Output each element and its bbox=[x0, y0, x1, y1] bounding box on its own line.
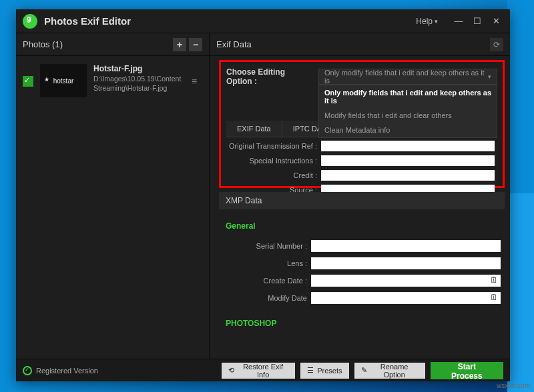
create-date-input[interactable]: 🗓 bbox=[311, 275, 501, 287]
restore-icon: ⟲ bbox=[228, 366, 234, 375]
app-body: Photos (1) + − ★ hotstar Hotstar-F.jpg D… bbox=[16, 33, 510, 359]
photo-menu-icon[interactable]: ≡ bbox=[192, 76, 202, 87]
start-label: Start Process bbox=[451, 362, 483, 381]
field-row: Modify Date 🗓 bbox=[219, 289, 505, 307]
calendar-icon[interactable]: 🗓 bbox=[490, 275, 498, 285]
pencil-icon: ✎ bbox=[361, 366, 367, 375]
field-label: Serial Number : bbox=[219, 242, 307, 250]
app-window: Photos Exif Editor Help ▾ — ☐ ✕ Photos (… bbox=[16, 9, 510, 381]
titlebar: Photos Exif Editor Help ▾ — ☐ ✕ bbox=[16, 9, 510, 33]
sliders-icon: ☰ bbox=[307, 366, 314, 375]
restore-exif-button[interactable]: ⟲ Restore Exif Info bbox=[222, 363, 295, 379]
dropdown-option[interactable]: Clean Metadata info bbox=[319, 123, 497, 137]
dropdown-selected[interactable]: Only modify fields that i edit and keep … bbox=[318, 69, 497, 85]
field-row: Original Transmission Ref : bbox=[218, 139, 497, 153]
thumb-text: hotstar bbox=[53, 77, 74, 85]
photo-checkbox[interactable] bbox=[23, 76, 33, 87]
general-subheader: General bbox=[219, 219, 505, 237]
exif-body: Choose Editing Option : Only modify fiel… bbox=[210, 56, 510, 359]
field-input[interactable] bbox=[321, 155, 495, 166]
editing-option-dropdown[interactable]: Only modify fields that i edit and keep … bbox=[318, 69, 497, 85]
field-label: Lens : bbox=[219, 259, 307, 267]
photo-path: D:\Images\10.05.19\Content Streaming\Hot… bbox=[93, 75, 185, 93]
field-input[interactable] bbox=[321, 170, 495, 181]
dropdown-list: Only modify fields that i edit and keep … bbox=[318, 85, 497, 138]
start-process-button[interactable]: Start Process bbox=[431, 362, 503, 379]
field-row: Credit : bbox=[218, 168, 497, 183]
photo-thumbnail: ★ hotstar bbox=[40, 64, 87, 97]
rename-label: Rename Option bbox=[370, 363, 419, 379]
editing-option-label: Choose Editing Option : bbox=[226, 67, 312, 86]
lens-input[interactable] bbox=[311, 257, 501, 269]
field-row: Special Instructions : bbox=[218, 153, 497, 168]
dropdown-option[interactable]: Modify fields that i edit and clear othe… bbox=[319, 108, 497, 123]
field-label: Modify Date bbox=[219, 294, 307, 302]
help-label: Help bbox=[416, 17, 433, 26]
registered-status: Registered Version bbox=[23, 366, 216, 375]
add-photo-button[interactable]: + bbox=[173, 38, 186, 51]
photo-meta: Hotstar-F.jpg D:\Images\10.05.19\Content… bbox=[93, 64, 185, 93]
field-label: Credit : bbox=[218, 171, 317, 179]
refresh-button[interactable]: ⟳ bbox=[490, 38, 503, 51]
presets-label: Presets bbox=[317, 367, 342, 375]
help-menu[interactable]: Help ▾ bbox=[416, 17, 438, 26]
tab-exif[interactable]: EXIF Data bbox=[226, 121, 282, 137]
desktop-bg bbox=[507, 0, 534, 392]
photos-panel-header: Photos (1) + − bbox=[16, 33, 209, 56]
photo-filename: Hotstar-F.jpg bbox=[93, 64, 185, 73]
dropdown-option[interactable]: Only modify fields that i edit and keep … bbox=[319, 85, 497, 108]
xmp-header: XMP Data bbox=[219, 192, 505, 209]
thumb-star-icon: ★ bbox=[44, 76, 49, 83]
photo-list-item[interactable]: ★ hotstar Hotstar-F.jpg D:\Images\10.05.… bbox=[16, 56, 209, 105]
photos-panel: Photos (1) + − ★ hotstar Hotstar-F.jpg D… bbox=[16, 33, 210, 359]
exif-panel: Exif Data ⟳ Choose Editing Option : Only… bbox=[210, 33, 510, 359]
field-row: Create Date : 🗓 bbox=[219, 272, 505, 289]
modify-date-input[interactable]: 🗓 bbox=[311, 292, 501, 304]
field-row: Serial Number : bbox=[219, 237, 505, 255]
app-title: Photos Exif Editor bbox=[44, 15, 416, 27]
minimize-button[interactable]: — bbox=[451, 14, 466, 29]
field-label: Original Transmission Ref : bbox=[218, 142, 317, 150]
exif-panel-header: Exif Data ⟳ bbox=[210, 33, 510, 56]
dropdown-selected-text: Only modify fields that i edit and keep … bbox=[324, 69, 488, 85]
chevron-down-icon: ▾ bbox=[435, 18, 438, 25]
field-row: Lens : bbox=[219, 255, 505, 272]
field-input[interactable] bbox=[321, 141, 495, 151]
xmp-section: XMP Data General Serial Number : Lens : … bbox=[219, 192, 505, 359]
registered-label: Registered Version bbox=[36, 367, 98, 375]
calendar-icon[interactable]: 🗓 bbox=[490, 293, 498, 302]
app-logo-icon bbox=[23, 14, 37, 29]
close-button[interactable]: ✕ bbox=[489, 14, 503, 29]
maximize-button[interactable]: ☐ bbox=[470, 14, 485, 29]
serial-input[interactable] bbox=[311, 240, 501, 252]
chevron-down-icon: ▾ bbox=[488, 73, 491, 80]
check-circle-icon bbox=[23, 366, 32, 375]
rename-option-button[interactable]: ✎ Rename Option bbox=[354, 363, 425, 379]
footer: Registered Version ⟲ Restore Exif Info ☰… bbox=[16, 359, 510, 381]
restore-label: Restore Exif Info bbox=[238, 363, 288, 379]
editing-option-row: Choose Editing Option : Only modify fiel… bbox=[226, 67, 497, 86]
iptc-fields: Original Transmission Ref : Special Inst… bbox=[218, 139, 497, 197]
presets-button[interactable]: ☰ Presets bbox=[300, 363, 348, 379]
photos-count-label: Photos (1) bbox=[23, 39, 170, 49]
watermark: wsxdn.com bbox=[497, 382, 530, 389]
field-label: Special Instructions : bbox=[218, 157, 317, 165]
exif-header-label: Exif Data bbox=[216, 39, 490, 49]
field-label: Create Date : bbox=[219, 277, 307, 285]
highlighted-region: Choose Editing Option : Only modify fiel… bbox=[219, 60, 505, 188]
remove-photo-button[interactable]: − bbox=[189, 38, 202, 51]
photoshop-subheader: PHOTOSHOP bbox=[219, 316, 505, 335]
